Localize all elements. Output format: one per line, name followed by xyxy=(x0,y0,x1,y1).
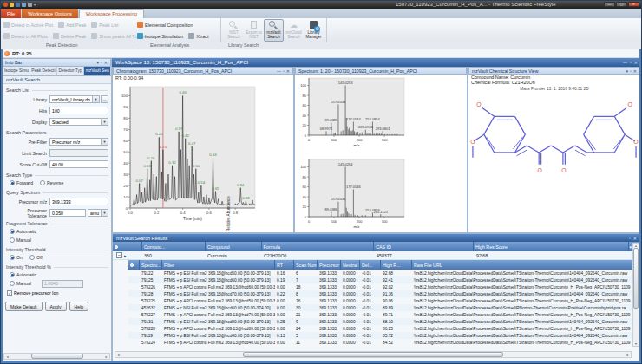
column-raw-file-url[interactable]: Raw File URL xyxy=(412,260,639,270)
chevron-down-icon[interactable]: ▼ xyxy=(92,95,99,103)
precursor-m-z-field[interactable]: 369.1333 xyxy=(49,198,108,205)
structure-close-icon[interactable]: ✕ xyxy=(633,68,637,74)
radio-off[interactable]: Off xyxy=(29,255,43,260)
table-row[interactable]: 579226FTMS + p APCI corona Full ms2 369.… xyxy=(128,283,640,290)
unit-select[interactable]: amu▼ xyxy=(88,209,108,217)
browse-button[interactable]: ... xyxy=(101,95,108,103)
spectrum-library-plot[interactable]: 0204060801000100200300m/z89.0386117.0335… xyxy=(295,156,467,234)
table-row[interactable]: 579224FTMS + p APCI corona Full ms2 369.… xyxy=(128,339,640,346)
column-rt[interactable]: RT xyxy=(275,260,294,270)
info-bar-close-icon[interactable]: ✕ xyxy=(104,60,108,65)
column-high-r-[interactable]: High R... xyxy=(381,260,412,270)
isotope-simulation-button[interactable]: Isotope Simulation xyxy=(137,33,183,39)
radio-forward[interactable]: Forward xyxy=(10,180,33,185)
structure-pin-icon[interactable]: ▫ xyxy=(630,68,632,74)
table-row[interactable]: 79128FTMS + p ESI Full ms2 369.13@hcd70.… xyxy=(128,290,640,297)
chevron-down-icon[interactable]: ▼ xyxy=(101,138,108,146)
collapse-group-icon[interactable]: − xyxy=(116,252,122,258)
save-all-icon[interactable] xyxy=(22,3,26,7)
tab-workspace-options[interactable]: Workspace Options xyxy=(22,9,77,18)
radio-automatic[interactable]: Automatic xyxy=(10,272,36,277)
radio-icon[interactable] xyxy=(10,272,15,277)
results-close-icon[interactable]: ✕ xyxy=(633,236,637,241)
pin-icon[interactable] xyxy=(130,263,134,267)
table-row[interactable]: 79125FTMS + p ESI Full ms2 369.13@hcd60.… xyxy=(128,276,640,283)
column-precursor-m-z[interactable]: Precursor m/z xyxy=(318,260,341,270)
pre-filter-select[interactable]: Precursor m/z▼ xyxy=(49,138,108,146)
save-icon[interactable] xyxy=(16,3,20,7)
display-select[interactable]: Stacked▼ xyxy=(49,118,108,126)
scroll-right-icon[interactable]: ▸ xyxy=(103,354,109,359)
qat-dropdown-icon[interactable]: ▾ xyxy=(34,3,36,7)
table-row[interactable]: 579225FTMS + p APCI corona Full ms2 369.… xyxy=(128,297,640,304)
info-bar-tab-mzvault-sea[interactable]: mzVault Sea xyxy=(84,67,111,75)
tab-file[interactable]: File xyxy=(1,9,21,18)
outer-column-compound[interactable]: Compound xyxy=(206,242,262,251)
maximize-button[interactable]: ▢ xyxy=(616,2,627,7)
chromatogram-minimize-icon[interactable]: — xyxy=(277,68,281,74)
radio-icon[interactable] xyxy=(29,255,35,260)
open-folder-icon[interactable] xyxy=(10,3,14,7)
radio-icon[interactable] xyxy=(10,237,15,243)
radio-icon[interactable] xyxy=(40,180,45,185)
radio-icon[interactable] xyxy=(10,255,15,260)
radio-reverse[interactable]: Reverse xyxy=(40,180,63,185)
workspace-close-icon[interactable]: ✕ xyxy=(634,60,638,65)
apply-button[interactable]: Apply xyxy=(45,302,67,311)
chromatogram-pin-icon[interactable]: ▫ xyxy=(283,68,285,74)
scroll-down-icon[interactable]: ▾ xyxy=(633,341,639,346)
radio-icon[interactable] xyxy=(10,180,15,185)
outer-column-cas-id[interactable]: CAS ID xyxy=(374,242,474,251)
xtract-button[interactable]: Xtract xyxy=(188,33,208,39)
table-row[interactable]: 79122FTMS + p ESI Full ms2 369.13@hcd50.… xyxy=(128,270,640,276)
help-button[interactable]: Help xyxy=(69,302,89,311)
column-scan-number[interactable]: Scan Number xyxy=(294,260,318,270)
results-filter-dropdown-icon[interactable]: ▾ xyxy=(629,244,632,250)
scroll-right-icon[interactable]: ▸ xyxy=(625,353,631,357)
minimize-button[interactable]: — xyxy=(604,2,615,7)
outer-column-high-res-score[interactable]: High Res Score xyxy=(474,242,630,251)
outer-column-formula[interactable]: Formula xyxy=(262,242,375,251)
library-select[interactable]: mzVault_Library.db▼ xyxy=(49,95,100,103)
info-bar-tab-peak-detecti[interactable]: Peak Detecti xyxy=(29,67,56,75)
info-bar-dropdown-icon[interactable]: ▾ xyxy=(97,60,100,65)
chevron-down-icon[interactable]: ▼ xyxy=(101,118,108,126)
info-bar-pin-icon[interactable]: ▫ xyxy=(101,60,102,65)
close-button[interactable]: ✕ xyxy=(628,2,639,7)
table-row[interactable]: 452632FTMS + c NSI Full ms2 369.13@hcd60… xyxy=(128,304,640,311)
radio-icon[interactable] xyxy=(10,229,15,234)
remove-precursor-checkbox[interactable]: ✓ xyxy=(7,290,12,296)
results-vscrollbar[interactable]: ▴ ▾ xyxy=(632,243,639,347)
table-row[interactable]: 79131FTMS + p ESI Full ms2 369.13@hcd80.… xyxy=(128,318,640,325)
radio-on[interactable]: On xyxy=(10,255,23,260)
outer-column-compou-[interactable]: Compou... xyxy=(142,242,206,251)
results-hscrollbar[interactable]: ◂ ▸ xyxy=(115,351,632,358)
info-bar-tab-detector-typ[interactable]: Detector Typ xyxy=(57,67,84,75)
chromatogram-close-icon[interactable]: ✕ xyxy=(286,68,290,74)
spectrum-query-plot[interactable]: 0204060801000100200300m/z68.997189.03851… xyxy=(295,75,467,153)
workspace-restore-icon[interactable]: ▫ xyxy=(630,60,632,65)
table-row[interactable]: 79119FTMS + p ESI Full ms2 369.13@hcd40.… xyxy=(128,332,640,339)
table-row[interactable]: 579228FTMS + p APCI corona Full ms2 369.… xyxy=(128,325,640,332)
mzvault-search-button[interactable]: mzVault Search xyxy=(264,19,284,42)
chromatogram-plot[interactable]: 01020304050607080901000.00.20.40.60.8Tim… xyxy=(113,81,293,224)
column-spectru-[interactable]: Spectru... xyxy=(140,260,162,270)
column-neutral-mass[interactable]: Neutral Mass xyxy=(341,260,360,270)
workspace-minimize-icon[interactable]: — xyxy=(623,60,627,65)
radio-automatic[interactable]: Automatic xyxy=(10,229,36,234)
radio-icon[interactable] xyxy=(10,281,15,286)
pin-icon[interactable] xyxy=(115,245,118,249)
radio-manual[interactable]: Manual xyxy=(10,237,31,243)
score-cut-off-field[interactable]: 40.00 xyxy=(49,160,108,168)
row-selector-icon[interactable]: ▸ xyxy=(124,253,127,258)
cut-icon[interactable] xyxy=(28,3,32,7)
info-bar-hscrollbar[interactable]: ◂ ▸ xyxy=(3,353,110,360)
column-del-[interactable]: Del... xyxy=(360,260,381,270)
chevron-down-icon[interactable]: ▼ xyxy=(101,209,108,217)
results-pin-icon[interactable]: ▫ xyxy=(629,236,631,241)
structure-dropdown-icon[interactable]: ▾ xyxy=(626,68,629,74)
info-bar-tab-isotope-simu[interactable]: Isotope Simu xyxy=(3,67,29,75)
hits-field[interactable]: 100 xyxy=(49,107,108,114)
scroll-left-icon[interactable]: ◂ xyxy=(4,354,10,359)
tab-workspace-processing[interactable]: Workspace Processing xyxy=(79,9,144,18)
